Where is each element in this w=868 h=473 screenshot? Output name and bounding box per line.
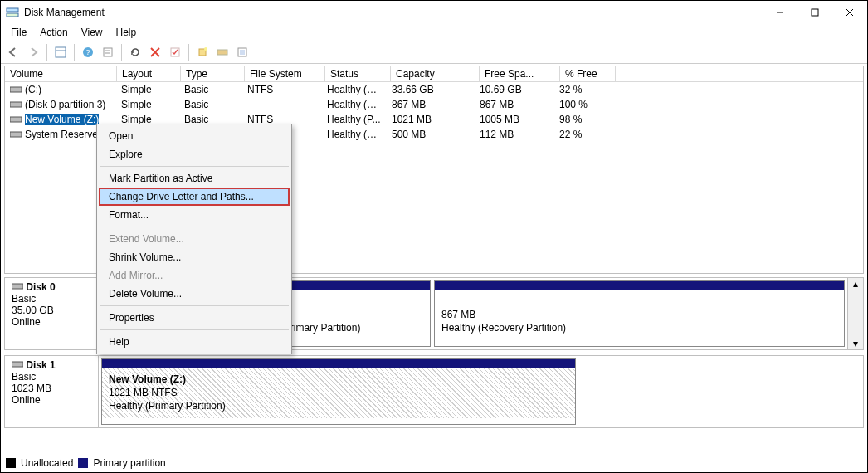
ctx-help[interactable]: Help (99, 333, 290, 351)
volume-list-header: Volume Layout Type File System Status Ca… (5, 66, 863, 82)
svg-rect-10 (104, 48, 112, 56)
title-bar: Disk Management (1, 1, 867, 24)
ctx-explore[interactable]: Explore (99, 145, 290, 163)
col-pctfree[interactable]: % Free (560, 66, 616, 81)
properties-icon[interactable] (99, 43, 117, 61)
context-menu: Open Explore Mark Partition as Active Ch… (96, 124, 292, 354)
legend-swatch-unallocated (6, 458, 16, 468)
disk-icon (12, 359, 23, 368)
maximize-button[interactable] (797, 1, 832, 24)
settings-icon[interactable] (233, 43, 251, 61)
ctx-properties[interactable]: Properties (99, 309, 290, 327)
ctx-mark-active[interactable]: Mark Partition as Active (99, 169, 290, 188)
window-title: Disk Management (24, 7, 763, 18)
svg-rect-21 (10, 87, 22, 92)
legend-swatch-primary (78, 458, 88, 468)
svg-rect-20 (240, 50, 245, 55)
ctx-delete-volume[interactable]: Delete Volume... (99, 285, 290, 303)
chevron-up-icon[interactable]: ▴ (853, 278, 858, 290)
help-icon[interactable]: ? (79, 43, 97, 61)
disk-icon (12, 281, 23, 290)
disk-icon[interactable] (213, 43, 232, 61)
svg-rect-3 (812, 9, 818, 16)
col-volume[interactable]: Volume (5, 66, 117, 81)
ctx-change-drive-letter[interactable]: Change Drive Letter and Paths... (99, 188, 290, 206)
svg-rect-26 (12, 362, 23, 367)
svg-rect-18 (217, 50, 227, 55)
volume-row[interactable]: (C:) Simple Basic NTFS Healthy (B... 33.… (5, 82, 863, 97)
col-fs[interactable]: File System (245, 66, 325, 81)
disk1-pane: Disk 1 Basic 1023 MB Online New Volume (… (4, 355, 864, 428)
svg-rect-24 (10, 132, 22, 137)
disk1-label: Disk 1 Basic 1023 MB Online (5, 356, 99, 427)
check-icon[interactable] (166, 43, 184, 61)
disk1-partition-z[interactable]: New Volume (Z:) 1021 MB NTFS Healthy (Pr… (101, 358, 576, 425)
svg-text:?: ? (85, 48, 90, 56)
svg-rect-25 (12, 284, 23, 289)
volume-row[interactable]: (Disk 0 partition 3) Simple Basic Health… (5, 97, 863, 112)
svg-rect-0 (7, 8, 18, 12)
refresh-icon[interactable] (126, 43, 144, 61)
toolbar: ? (1, 41, 867, 64)
col-status[interactable]: Status (325, 66, 391, 81)
minimize-button[interactable] (763, 1, 797, 24)
disk0-partition-recovery[interactable]: 867 MB Healthy (Recovery Partition) (434, 280, 845, 347)
forward-button[interactable] (24, 43, 42, 61)
close-button[interactable] (832, 1, 867, 24)
svg-rect-22 (10, 102, 22, 107)
ctx-shrink-volume[interactable]: Shrink Volume... (99, 248, 290, 266)
menu-view[interactable]: View (75, 25, 110, 40)
disk-scrollbar[interactable]: ▴ ▾ (847, 278, 863, 349)
svg-rect-1 (7, 13, 18, 17)
svg-rect-6 (56, 47, 66, 57)
ctx-format[interactable]: Format... (99, 206, 290, 224)
new-icon[interactable] (193, 43, 212, 61)
menu-action[interactable]: Action (33, 25, 74, 40)
drive-icon (10, 100, 22, 108)
view-list-icon[interactable] (51, 43, 70, 61)
col-type[interactable]: Type (181, 66, 245, 81)
drive-icon (10, 129, 22, 138)
col-layout[interactable]: Layout (117, 66, 181, 81)
svg-point-17 (204, 47, 207, 51)
menu-file[interactable]: File (4, 25, 33, 40)
chevron-down-icon[interactable]: ▾ (853, 338, 858, 349)
legend: Unallocated Primary partition (6, 457, 166, 469)
col-capacity[interactable]: Capacity (391, 66, 480, 81)
disk0-label: Disk 0 Basic 35.00 GB Online (5, 278, 99, 349)
svg-rect-23 (10, 117, 22, 122)
menu-help[interactable]: Help (110, 25, 144, 40)
ctx-add-mirror: Add Mirror... (99, 266, 290, 285)
delete-icon[interactable] (146, 43, 164, 61)
ctx-open[interactable]: Open (99, 127, 290, 145)
drive-icon (10, 85, 22, 93)
back-button[interactable] (4, 43, 22, 61)
col-free[interactable]: Free Spa... (480, 66, 560, 81)
ctx-extend-volume: Extend Volume... (99, 230, 290, 248)
drive-icon (10, 115, 22, 123)
app-icon (6, 6, 19, 19)
menu-bar: File Action View Help (1, 24, 867, 41)
